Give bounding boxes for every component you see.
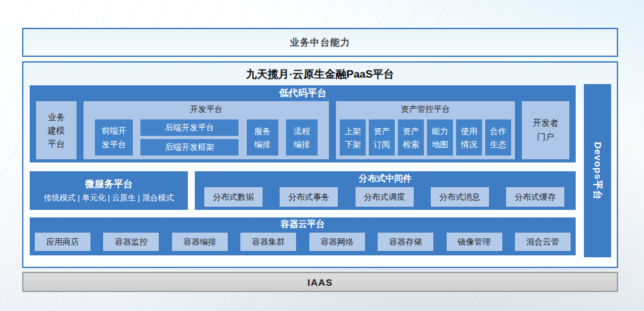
- microservice-modes: 传统模式 | 单元化 | 云原生 | 混合模式: [44, 193, 174, 204]
- developer-portal-label: 开发者门户: [533, 116, 559, 144]
- service-orchestration-box: 服务编排: [247, 119, 278, 156]
- asset-item-label: 使用情况: [461, 125, 478, 151]
- dev-platform-title: 开发平台: [84, 101, 329, 115]
- architecture-diagram: 业务中台能力 九天揽月·云原生金融PaaS平台 低代码平台 业务建模平台 开发平…: [0, 0, 644, 311]
- middleware-item: 分布式调度: [356, 187, 414, 207]
- container-item: 应用商店: [35, 233, 90, 251]
- backend-framework-box: 后端开发框架: [140, 139, 238, 156]
- paas-platform-box: 九天揽月·云原生金融PaaS平台 低代码平台 业务建模平台 开发平台 前端开发平…: [22, 61, 618, 268]
- container-item: 镜像管理: [447, 233, 502, 251]
- asset-item-label: 上架下架: [344, 125, 362, 151]
- middleware-row: 分布式数据 分布式事务 分布式调度 分布式消息 分布式缓存: [204, 187, 564, 207]
- asset-item: 资产订阅: [369, 119, 395, 156]
- container-item: 容器编排: [172, 233, 228, 251]
- low-code-row: 业务建模平台 开发平台 前端开发平台 后端开发平台 后端开发框架 服务编排: [36, 101, 569, 159]
- developer-portal-cell: 开发者门户: [522, 101, 569, 159]
- process-orchestration-label: 流程编排: [293, 125, 311, 151]
- asset-item-label: 能力地图: [431, 125, 449, 151]
- asset-control-panel: 资产管控平台 上架下架 资产订阅 资产检索 能力地图 使用情况: [336, 101, 515, 159]
- middleware-item: 分布式缓存: [506, 187, 564, 207]
- asset-item-label: 合作生态: [490, 125, 507, 151]
- platform-title: 九天揽月·云原生金融PaaS平台: [23, 67, 617, 82]
- service-orchestration-label: 服务编排: [254, 125, 271, 151]
- devops-bar: Devops平台: [584, 84, 611, 257]
- iaas-label: IAAS: [307, 277, 333, 288]
- process-orchestration-box: 流程编排: [286, 119, 318, 156]
- middleware-item: 分布式事务: [280, 187, 338, 207]
- asset-item: 资产检索: [398, 119, 424, 156]
- asset-control-row: 上架下架 资产订阅 资产检索 能力地图 使用情况 合作生态: [340, 119, 511, 156]
- container-item: 容器监控: [103, 233, 159, 251]
- frontend-dev-label: 前端开发平台: [101, 124, 127, 152]
- asset-item: 能力地图: [427, 119, 453, 156]
- business-modeling-cell: 业务建模平台: [36, 101, 77, 159]
- container-item: 容器网络: [309, 233, 365, 251]
- microservice-title: 微服务平台: [85, 178, 133, 190]
- business-midplatform-banner: 业务中台能力: [22, 28, 618, 57]
- asset-item-label: 资产订阅: [373, 125, 391, 151]
- business-midplatform-label: 业务中台能力: [290, 37, 350, 49]
- container-item: 混合云管: [515, 233, 571, 251]
- asset-control-title: 资产管控平台: [336, 101, 515, 115]
- backend-platform-box: 后端开发平台: [140, 119, 238, 136]
- devops-label: Devops平台: [591, 142, 604, 200]
- low-code-title: 低代码平台: [30, 85, 576, 99]
- container-item: 容器集群: [240, 233, 296, 251]
- asset-item: 合作生态: [485, 119, 511, 156]
- asset-item-label: 资产检索: [402, 125, 420, 151]
- frontend-dev-box: 前端开发平台: [95, 119, 133, 156]
- dev-platform-panel: 开发平台 前端开发平台 后端开发平台 后端开发框架 服务编排: [84, 101, 329, 159]
- low-code-section: 低代码平台 业务建模平台 开发平台 前端开发平台 后端开发平台 后端开发框架: [30, 85, 576, 162]
- middleware-item: 分布式数据: [204, 187, 263, 207]
- backend-stack: 后端开发平台 后端开发框架: [140, 119, 238, 156]
- middleware-title: 分布式中间件: [195, 171, 576, 185]
- container-cloud-section: 容器云平台 应用商店 容器监控 容器编排 容器集群 容器网络 容器存储 镜像管理…: [30, 217, 576, 255]
- middleware-section: 分布式中间件 分布式数据 分布式事务 分布式调度 分布式消息 分布式缓存: [195, 171, 576, 210]
- container-cloud-row: 应用商店 容器监控 容器编排 容器集群 容器网络 容器存储 镜像管理 混合云管: [35, 233, 571, 251]
- iaas-bar: IAAS: [22, 272, 618, 292]
- microservice-section: 微服务平台 传统模式 | 单元化 | 云原生 | 混合模式: [30, 171, 188, 210]
- container-cloud-title: 容器云平台: [30, 217, 576, 230]
- container-item: 容器存储: [378, 233, 433, 251]
- dev-platform-row: 前端开发平台 后端开发平台 后端开发框架 服务编排 流程编排: [95, 119, 318, 156]
- asset-item: 使用情况: [456, 119, 482, 156]
- business-modeling-label: 业务建模平台: [47, 111, 65, 150]
- asset-item: 上架下架: [340, 119, 366, 156]
- middleware-item: 分布式消息: [431, 187, 489, 207]
